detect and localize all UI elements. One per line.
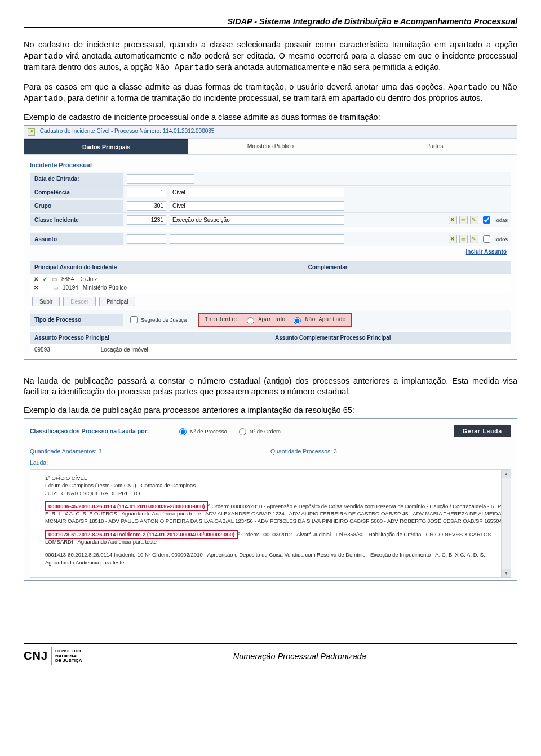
incluir-assunto-link[interactable]: Incluir Assunto xyxy=(30,246,511,257)
principal-button[interactable]: Principal xyxy=(99,297,135,306)
todas-checkbox[interactable] xyxy=(483,216,490,224)
clear-icon[interactable]: ✖ xyxy=(449,216,457,224)
section-incidente: Incidente Processual xyxy=(30,162,511,168)
remove-icon[interactable]: ✕ xyxy=(34,284,38,291)
competencia-desc-input[interactable] xyxy=(170,188,344,197)
remove-icon[interactable]: ✕ xyxy=(34,276,38,282)
page-header-title: SIDAP - Sistema Integrado de Distribuiçã… xyxy=(24,17,517,27)
header-rule xyxy=(24,27,517,28)
num-processo-radio[interactable] xyxy=(179,428,187,435)
row-tipo-processo: Tipo de Processo Segredo de Justiça Inci… xyxy=(30,310,511,330)
subir-button[interactable]: Subir xyxy=(32,297,60,306)
highlight-numero-1: 0000036-45.2010.8.26.0114 (114.01.2010.0… xyxy=(45,501,208,511)
clear-icon[interactable]: ✖ xyxy=(449,235,457,243)
row-data-entrada: Data de Entrada: xyxy=(30,172,511,185)
paragraph-1: No cadastro de incidente processual, qua… xyxy=(24,39,517,74)
todos-checkbox[interactable] xyxy=(483,235,490,243)
lauda-label: Lauda: xyxy=(30,459,511,466)
assunto-principal-row: 09593Locação de Imóvel xyxy=(30,344,511,355)
paragraph-2: Para os casos em que a classe admite as … xyxy=(24,82,517,105)
assunto-list: ✕ ✔ ▭ 8884 Do Juiz ✕ ▭ 10194 Ministério … xyxy=(30,273,511,293)
list-item[interactable]: ✕ ▭ 10194 Ministério Público xyxy=(34,283,507,292)
page-icon: ▭ xyxy=(52,276,57,282)
row-assunto: Assunto ✖ ▭ ✎ Todos xyxy=(30,232,511,246)
doc-icon[interactable]: ▭ xyxy=(459,235,468,243)
assunto-columns: Principal Assunto do Incidente Complemen… xyxy=(30,261,511,273)
tab-ministerio-publico[interactable]: Ministério Público xyxy=(188,139,352,154)
segredo-checkbox[interactable] xyxy=(130,316,138,323)
list-item[interactable]: ✕ ✔ ▭ 8884 Do Juiz xyxy=(34,275,507,283)
doc-icon[interactable]: ▭ xyxy=(459,216,468,224)
screenshot-lauda: Classificação dos Processo na Lauda por:… xyxy=(24,418,517,581)
highlight-numero-2: 0001078-61.2012.8.26.0114 Incidente-2 (1… xyxy=(45,530,238,539)
tab-dados-principais[interactable]: Dados Principais xyxy=(24,139,188,154)
footer-title: Numeração Processual Padronizada xyxy=(82,652,517,661)
num-ordem-radio[interactable] xyxy=(239,428,246,435)
data-entrada-input[interactable] xyxy=(127,174,194,184)
grupo-desc-input[interactable] xyxy=(170,201,344,211)
page-icon: ▭ xyxy=(53,284,58,291)
row-grupo: Grupo xyxy=(30,199,511,212)
incidente-highlight-box: Incidente: Apartado Não Apartado xyxy=(198,313,352,327)
classificacao-label: Classificação dos Processo na Lauda por: xyxy=(30,428,176,434)
qtd-processos: Quantidade Processos: 3 xyxy=(270,448,337,455)
tab-partes[interactable]: Partes xyxy=(353,139,517,154)
scroll-up-icon[interactable]: ▴ xyxy=(502,470,511,478)
edit-icon[interactable]: ✎ xyxy=(470,216,478,224)
cnj-text: CONSELHO NACIONAL DE JUSTIÇA xyxy=(55,649,82,664)
gerar-lauda-button[interactable]: Gerar Lauda xyxy=(454,425,511,437)
assunto-processo-headers: Assunto Processo Principal Assunto Compl… xyxy=(30,332,511,344)
row-classe-incidente: Classe Incidente ✖ ▭ ✎ Todas xyxy=(30,212,511,227)
cnj-logo: CNJ CONSELHO NACIONAL DE JUSTIÇA xyxy=(24,647,82,665)
edit-icon[interactable]: ✎ xyxy=(470,235,478,243)
apartado-radio[interactable] xyxy=(247,317,254,324)
grupo-code-input[interactable] xyxy=(127,201,166,211)
assunto-code-input[interactable] xyxy=(127,234,166,244)
row-competencia: Competência xyxy=(30,185,511,199)
example-1-lead: Exemplo de cadastro de incidente process… xyxy=(24,113,517,122)
scrollbar[interactable]: ▴ ▾ xyxy=(501,470,511,577)
window-titlebar: ↗ Cadastro de Incidente Cível - Processo… xyxy=(24,126,517,139)
competencia-code-input[interactable] xyxy=(127,188,166,197)
nao-apartado-radio[interactable] xyxy=(294,317,301,324)
scroll-down-icon[interactable]: ▾ xyxy=(502,569,511,577)
classe-desc-input[interactable] xyxy=(170,215,344,225)
example-2-lead: Exemplo da lauda de publicação para proc… xyxy=(24,406,517,415)
screenshot-cadastro: ↗ Cadastro de Incidente Cível - Processo… xyxy=(24,125,517,360)
assunto-desc-input[interactable] xyxy=(170,234,344,244)
descer-button[interactable]: Descer xyxy=(63,297,96,306)
expand-icon[interactable]: ↗ xyxy=(28,128,35,136)
page-footer: CNJ CONSELHO NACIONAL DE JUSTIÇA Numeraç… xyxy=(24,643,517,665)
check-icon: ✔ xyxy=(43,276,47,282)
classe-code-input[interactable] xyxy=(127,215,166,225)
lauda-document: ▴ ▾ 1º OFÍCIO CÍVEL Fórum de Campinas (T… xyxy=(30,469,511,578)
tab-strip: Dados Principais Ministério Público Part… xyxy=(24,139,517,155)
qtd-andamentos: Quantidade Andamentos: 3 xyxy=(30,448,270,455)
paragraph-3: Na lauda de publicação passará a constar… xyxy=(24,376,517,398)
